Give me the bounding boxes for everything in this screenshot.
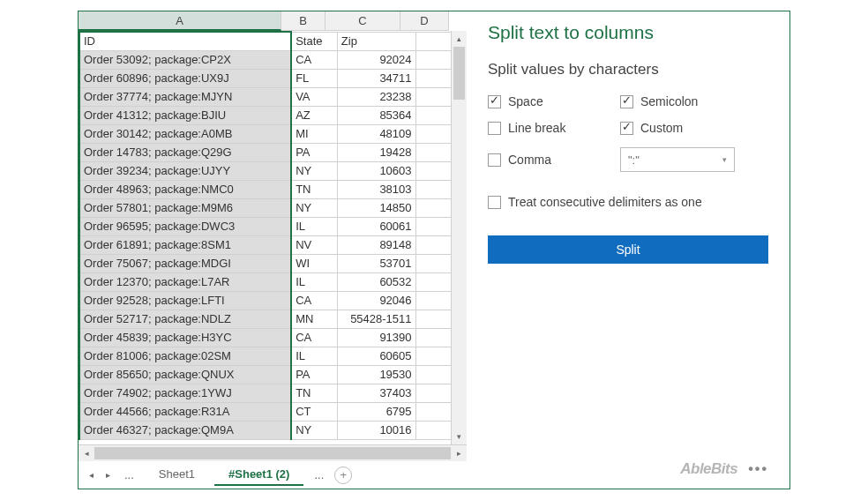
checkbox-consecutive[interactable]: Treat consecutive delimiters as one [488,195,768,209]
cell-a12[interactable]: Order 61891; package:8SM1 [79,235,291,254]
checkbox-comma[interactable]: Comma [488,147,611,172]
custom-delimiter-input[interactable]: ":" ▾ [620,147,735,172]
delimiter-options: Space Semicolon Line break Custom Comma [488,94,768,172]
cell-a4[interactable]: Order 37774; package:MJYN [79,87,291,106]
cells-grid[interactable]: IDStateZipOrder 53092; package:CP2XCA920… [79,31,467,440]
cell-b18[interactable]: IL [291,347,337,365]
cell-a2[interactable]: Order 53092; package:CP2X [79,50,291,69]
cell-b4[interactable]: VA [291,87,337,106]
cell-a21[interactable]: Order 44566; package:R31A [79,402,291,421]
cell-c17[interactable]: 91390 [337,328,415,347]
cell-a20[interactable]: Order 74902; package:1YWJ [79,384,291,402]
cell-a17[interactable]: Order 45839; package:H3YC [79,328,291,347]
cell-a3[interactable]: Order 60896; package:UX9J [79,69,291,87]
cell-b10[interactable]: NY [291,198,337,217]
scroll-up-icon[interactable]: ▴ [452,31,467,47]
cell-a11[interactable]: Order 96595; package:DWC3 [79,217,291,235]
horizontal-scrollbar[interactable]: ◂ ▸ [79,445,467,461]
cell-c3[interactable]: 34711 [337,69,415,87]
cell-b3[interactable]: FL [291,69,337,87]
cell-a6[interactable]: Order 30142; package:A0MB [79,124,291,143]
split-button[interactable]: Split [488,235,768,264]
checkbox-custom[interactable]: Custom [620,121,744,135]
cell-c6[interactable]: 48109 [337,124,415,143]
cell-b12[interactable]: NV [291,235,337,254]
col-header-b[interactable]: B [281,11,326,31]
cell-a1[interactable]: ID [79,32,291,50]
col-header-d[interactable]: D [400,11,449,31]
add-sheet-button[interactable]: + [334,466,352,484]
cell-c21[interactable]: 6795 [337,402,415,421]
cell-b2[interactable]: CA [291,50,337,69]
cell-a8[interactable]: Order 39234; package:UJYY [79,161,291,180]
horizontal-scroll-track[interactable] [94,445,451,461]
cell-c7[interactable]: 19428 [337,143,415,161]
tab-nav-last-icon[interactable]: ▸ [102,470,114,480]
tab-overflow-left[interactable]: ... [119,468,139,481]
cell-c4[interactable]: 23238 [337,87,415,106]
cell-c16[interactable]: 55428-1511 [337,310,415,328]
cell-a7[interactable]: Order 14783; package:Q29G [79,143,291,161]
cell-a5[interactable]: Order 41312; package:BJIU [79,106,291,124]
check-icon [488,122,501,135]
cell-c15[interactable]: 92046 [337,291,415,310]
cell-b7[interactable]: PA [291,143,337,161]
cell-b5[interactable]: AZ [291,106,337,124]
vertical-scrollbar[interactable]: ▴ ▾ [451,31,467,444]
cell-b8[interactable]: NY [291,161,337,180]
tab-sheet1[interactable]: Sheet1 [145,464,209,486]
scroll-right-icon[interactable]: ▸ [451,449,467,458]
col-header-c[interactable]: C [326,11,400,31]
cell-c18[interactable]: 60605 [337,347,415,365]
cell-b13[interactable]: WI [291,254,337,272]
cell-c22[interactable]: 10016 [337,421,415,439]
tab-overflow-right[interactable]: ... [309,468,329,481]
cell-a14[interactable]: Order 12370; package:L7AR [79,272,291,291]
cell-b11[interactable]: IL [291,217,337,235]
col-header-a[interactable]: A [79,11,281,31]
cell-c12[interactable]: 89148 [337,235,415,254]
cell-c20[interactable]: 37403 [337,384,415,402]
cell-c19[interactable]: 19530 [337,365,415,384]
vertical-scroll-thumb[interactable] [453,47,465,100]
cell-a9[interactable]: Order 48963; package:NMC0 [79,180,291,198]
cell-c13[interactable]: 53701 [337,254,415,272]
cell-a15[interactable]: Order 92528; package:LFTI [79,291,291,310]
cell-c11[interactable]: 60061 [337,217,415,235]
cell-b6[interactable]: MI [291,124,337,143]
checkbox-label: Comma [508,153,551,167]
cell-c14[interactable]: 60532 [337,272,415,291]
checkbox-space[interactable]: Space [488,94,611,108]
scroll-left-icon[interactable]: ◂ [79,449,94,458]
cell-b9[interactable]: TN [291,180,337,198]
cell-a19[interactable]: Order 85650; package:QNUX [79,365,291,384]
checkbox-linebreak[interactable]: Line break [488,121,611,135]
cell-c2[interactable]: 92024 [337,50,415,69]
sheet-footer: ◂ ▸ ◂ ▸ ... Sheet1 #Sheet1 (2) ... + [79,444,467,489]
tab-sheet1-2[interactable]: #Sheet1 (2) [214,464,303,486]
cell-b16[interactable]: MN [291,310,337,328]
checkbox-semicolon[interactable]: Semicolon [620,94,744,108]
cell-a10[interactable]: Order 57801; package:M9M6 [79,198,291,217]
cell-b20[interactable]: TN [291,384,337,402]
cell-c10[interactable]: 14850 [337,198,415,217]
cell-a13[interactable]: Order 75067; package:MDGI [79,254,291,272]
cell-c8[interactable]: 10603 [337,161,415,180]
scroll-down-icon[interactable]: ▾ [452,429,467,444]
cell-c1[interactable]: Zip [337,32,415,50]
more-options-icon[interactable]: ••• [748,461,768,477]
cell-c5[interactable]: 85364 [337,106,415,124]
cell-b14[interactable]: IL [291,272,337,291]
cell-a18[interactable]: Order 81006; package:02SM [79,347,291,365]
cell-a22[interactable]: Order 46327; package:QM9A [79,421,291,439]
cell-a16[interactable]: Order 52717; package:NDLZ [79,310,291,328]
cell-b1[interactable]: State [291,32,337,50]
horizontal-scroll-thumb[interactable] [94,447,451,459]
cell-c9[interactable]: 38103 [337,180,415,198]
cell-b17[interactable]: CA [291,328,337,347]
cell-b21[interactable]: CT [291,402,337,421]
cell-b15[interactable]: CA [291,291,337,310]
tab-nav-first-icon[interactable]: ◂ [86,470,97,480]
cell-b19[interactable]: PA [291,365,337,384]
cell-b22[interactable]: NY [291,421,337,439]
